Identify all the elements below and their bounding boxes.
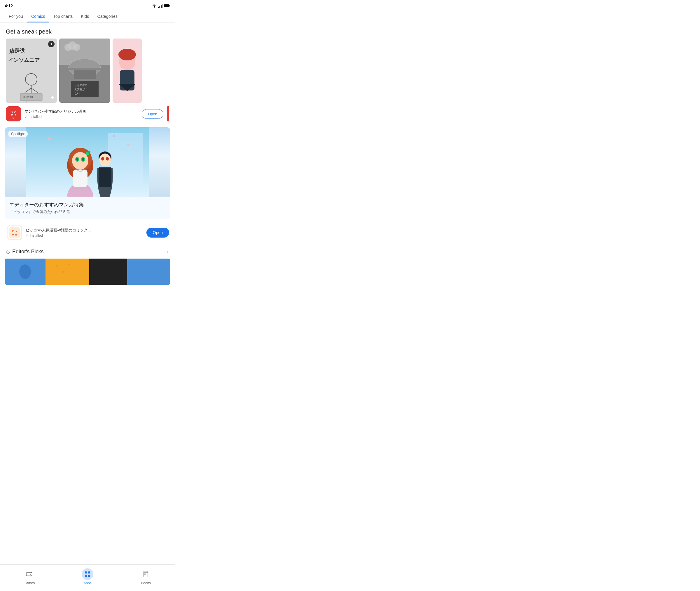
svg-rect-1 [158, 7, 159, 8]
piccoma-icon: ピッ コマ [7, 225, 22, 240]
sneak-peek-title: Get a sneak peek [0, 22, 175, 39]
svg-rect-39 [108, 133, 143, 186]
spotlight-text-overlay: エディターのおすすめマンガ特集 『ピッコマ』で今読みたい作品５選 [5, 197, 170, 219]
svg-text:うちの夢に: うちの夢に [74, 84, 87, 87]
tab-top-charts[interactable]: Top charts [49, 10, 77, 22]
svg-point-56 [101, 157, 104, 160]
spotlight-title: エディターのおすすめマンガ特集 [9, 201, 166, 208]
svg-rect-66 [89, 259, 127, 285]
svg-rect-2 [160, 6, 160, 8]
svg-text:ガワ: ガワ [11, 114, 16, 117]
main-content: Get a sneak peek 放課後 インソムニア [0, 22, 175, 285]
wifi-icon [152, 4, 157, 8]
manga-1-illustration: 放課後 インソムニア SKETCH [6, 39, 57, 103]
svg-point-57 [106, 157, 109, 160]
manga-2-illustration: うちの夢に 天文台が ない [59, 39, 110, 103]
svg-text:コマ: コマ [12, 234, 17, 237]
svg-point-42 [113, 135, 114, 137]
comic-strip [5, 259, 170, 285]
piccoma-verified-icon: ✓ [26, 234, 28, 238]
mangawan-installed-label: Installed [28, 115, 42, 119]
piccoma-info: ピッコマ-人気漫画や話題のコミック... ✓ Installed [26, 227, 143, 238]
spotlight-card[interactable]: Spotlight [5, 127, 170, 219]
star-icon: ★ [51, 95, 55, 101]
status-bar: 4:12 [0, 0, 175, 10]
svg-rect-5 [164, 4, 169, 7]
piccoma-app-row: ピッ コマ ピッコマ-人気漫画や話題のコミック... ✓ Installed O… [0, 221, 175, 244]
svg-point-41 [127, 144, 130, 146]
spotlight-badge: Spotlight [8, 131, 28, 137]
tab-kids[interactable]: Kids [77, 10, 93, 22]
piccoma-open-button[interactable]: Open [146, 227, 169, 238]
svg-text:ン: ン [12, 117, 15, 120]
svg-rect-3 [161, 5, 162, 8]
svg-rect-65 [46, 259, 89, 285]
svg-rect-22 [74, 70, 96, 79]
piccoma-installed-label: Installed [30, 234, 43, 238]
svg-text:ない: ない [74, 92, 80, 95]
piccoma-status: ✓ Installed [26, 234, 143, 238]
editors-picks-header: ◇ Editor's Picks → [0, 244, 175, 259]
manga-3-illustration [112, 39, 142, 103]
svg-point-49 [76, 158, 78, 161]
manga-preview-1[interactable]: 放課後 インソムニア SKETCH 1 ★ [6, 39, 57, 103]
mangawan-name: マンガワン-小学館のオリジナル漫画... [24, 109, 138, 114]
notification-badge: 1 [48, 41, 55, 47]
editors-picks-title: Editor's Picks [12, 249, 44, 255]
mangawan-app-row: マン ガワ ン マンガワン-小学館のオリジナル漫画... ✓ Installed… [0, 103, 175, 125]
editors-picks-arrow[interactable]: → [163, 248, 169, 255]
manga-preview-3[interactable] [112, 39, 142, 103]
mangawan-open-button[interactable]: Open [142, 109, 163, 119]
tab-comics[interactable]: Comics [27, 10, 49, 22]
mangawan-icon: マン ガワ ン [6, 106, 21, 121]
svg-text:天文台が: 天文台が [74, 88, 85, 91]
svg-point-46 [72, 152, 88, 170]
svg-point-29 [73, 44, 80, 51]
editors-picks-left: ◇ Editor's Picks [6, 249, 44, 255]
nav-tabs: For you Comics Top charts Kids Categorie… [0, 10, 175, 22]
svg-point-70 [68, 264, 70, 265]
sneak-peek-images: 放課後 インソムニア SKETCH 1 ★ [0, 39, 175, 103]
svg-point-32 [119, 49, 136, 60]
svg-rect-21 [69, 68, 101, 70]
battery-icon [164, 4, 170, 8]
status-icons [152, 4, 170, 8]
svg-rect-67 [127, 259, 170, 285]
mangawan-info: マンガワン-小学館のオリジナル漫画... ✓ Installed [24, 109, 138, 119]
svg-rect-4 [162, 4, 163, 8]
svg-point-55 [99, 153, 111, 167]
svg-text:ピッ: ピッ [12, 229, 17, 233]
svg-point-69 [62, 271, 64, 273]
tab-categories[interactable]: Categories [93, 10, 122, 22]
svg-point-40 [48, 137, 51, 140]
next-app-indicator [167, 106, 169, 121]
diamond-icon: ◇ [6, 249, 10, 255]
svg-text:マン: マン [11, 110, 16, 113]
spotlight-subtitle: 『ピッコマ』で今読みたい作品５選 [9, 209, 166, 214]
mangawan-status: ✓ Installed [24, 115, 138, 119]
piccoma-row-wrapper: ピッ コマ ピッコマ-人気漫画や話題のコミック... ✓ Installed O… [0, 221, 175, 244]
piccoma-name: ピッコマ-人気漫画や話題のコミック... [26, 227, 143, 233]
status-time: 4:12 [5, 3, 13, 8]
spotlight-illustration [26, 127, 149, 197]
svg-point-0 [154, 7, 155, 8]
manga-preview-2[interactable]: うちの夢に 天文台が ない [59, 39, 110, 103]
sneak-peek-section: Get a sneak peek 放課後 インソムニア [0, 22, 175, 103]
tab-for-you[interactable]: For you [5, 10, 27, 22]
svg-point-71 [19, 264, 31, 279]
svg-text:インソムニア: インソムニア [8, 57, 40, 63]
signal-icon [158, 4, 163, 8]
svg-text:SKETCH: SKETCH [23, 96, 33, 98]
svg-point-50 [82, 158, 84, 161]
svg-point-52 [87, 150, 90, 153]
svg-rect-6 [169, 5, 170, 7]
verified-icon: ✓ [24, 115, 27, 119]
spotlight-image: Spotlight [5, 127, 170, 197]
svg-point-68 [56, 265, 58, 267]
